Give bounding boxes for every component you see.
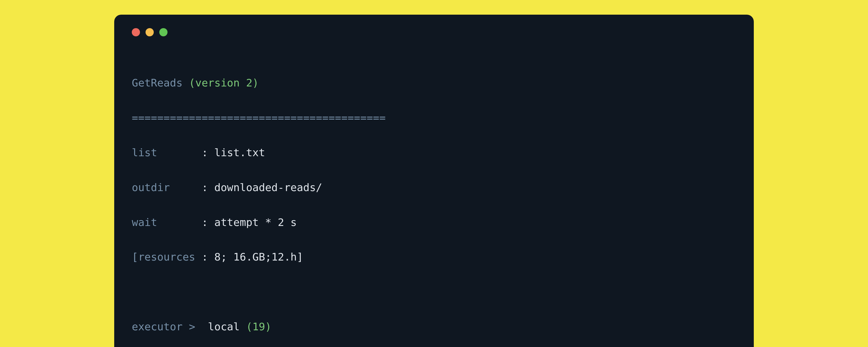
maximize-icon[interactable] [159, 28, 167, 36]
app-name: GetReads [132, 77, 182, 89]
param-outdir: outdir : downloaded-reads/ [132, 179, 736, 196]
param-resources: [resources : 8; 16.GB;12.h] [132, 248, 736, 265]
minimize-icon[interactable] [146, 28, 154, 36]
divider: ======================================== [132, 109, 736, 126]
executor-line: executor > local (19) [132, 318, 736, 335]
close-icon[interactable] [132, 28, 140, 36]
terminal-output: GetReads (version 2) ===================… [132, 57, 736, 347]
terminal-window: GetReads (version 2) ===================… [114, 15, 754, 347]
app-version: (version 2) [189, 77, 258, 89]
window-controls [132, 28, 736, 36]
param-list: list : list.txt [132, 144, 736, 161]
param-wait: wait : attempt * 2 s [132, 214, 736, 231]
